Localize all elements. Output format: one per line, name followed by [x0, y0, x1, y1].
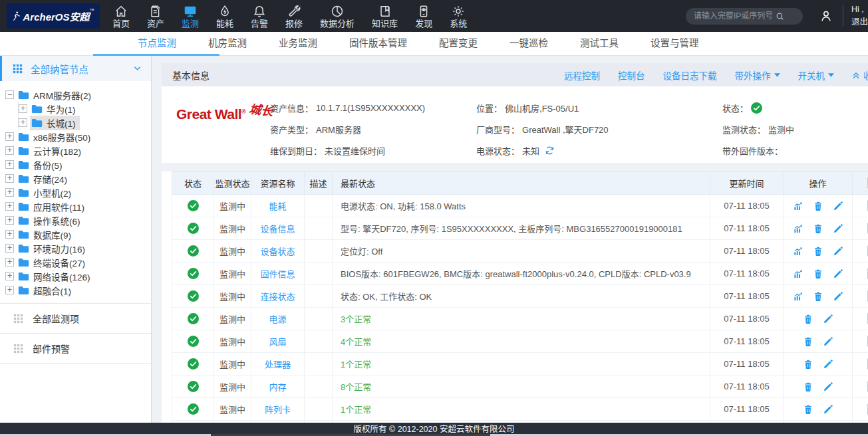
- tree-node-label[interactable]: 终端设备(27): [17, 255, 89, 270]
- search-input[interactable]: [692, 11, 775, 21]
- expand-toggle-icon[interactable]: +: [5, 188, 14, 197]
- expand-toggle-icon[interactable]: +: [5, 244, 14, 253]
- expand-toggle-icon[interactable]: +: [19, 104, 27, 113]
- tree-node-label[interactable]: 存储(24): [17, 171, 71, 186]
- tree-node-label[interactable]: 云计算(182): [17, 144, 85, 158]
- user-icon[interactable]: [819, 9, 833, 23]
- edit-icon[interactable]: [823, 359, 833, 370]
- resource-link[interactable]: 风扇: [269, 337, 286, 347]
- action-link-远程控制[interactable]: 远程控制: [564, 68, 600, 82]
- delete-icon[interactable]: [803, 314, 813, 324]
- tree-node-label[interactable]: 小型机(2): [17, 185, 75, 200]
- tree-node-label[interactable]: 超融合(1): [17, 283, 75, 298]
- action-link-开关机[interactable]: 开关机: [798, 68, 835, 82]
- tab-一键巡检[interactable]: 一键巡检: [494, 32, 564, 55]
- action-link-带外操作[interactable]: 带外操作: [735, 68, 780, 82]
- expand-toggle-icon[interactable]: +: [5, 272, 14, 280]
- resource-link[interactable]: 设备信息: [260, 224, 295, 234]
- resource-link[interactable]: 能耗: [269, 201, 286, 211]
- logout-link[interactable]: 退出: [851, 16, 868, 29]
- tree-node-label[interactable]: 操作系统(6): [17, 213, 84, 228]
- delete-icon[interactable]: [803, 404, 813, 415]
- delete-icon[interactable]: [813, 223, 823, 234]
- tree-node-label[interactable]: 华为(1): [30, 102, 80, 116]
- search-icon[interactable]: [775, 11, 785, 21]
- resource-link[interactable]: 设备状态: [260, 247, 295, 257]
- delete-icon[interactable]: [813, 201, 823, 211]
- collapse-toggle-icon[interactable]: −: [5, 90, 14, 99]
- nav-item-home[interactable]: 首页: [104, 0, 138, 32]
- global-search[interactable]: [686, 8, 803, 25]
- sidebar-section-0[interactable]: 全部监测项: [0, 303, 151, 333]
- edit-icon[interactable]: [833, 291, 843, 302]
- expand-toggle-icon[interactable]: +: [5, 160, 14, 169]
- sidebar-header[interactable]: 全部纳管节点: [0, 56, 151, 81]
- tree-node-label[interactable]: ARM服务器(2): [17, 88, 95, 102]
- nav-item-bell[interactable]: 告警: [242, 0, 277, 32]
- resource-link[interactable]: 内存: [269, 382, 286, 392]
- tree-node-label[interactable]: 环境动力(16): [17, 241, 89, 256]
- expand-toggle-icon[interactable]: +: [19, 118, 27, 127]
- edit-icon[interactable]: [823, 314, 833, 324]
- edit-icon[interactable]: [823, 336, 833, 347]
- trend-chart-icon[interactable]: [793, 291, 803, 302]
- edit-icon[interactable]: [833, 269, 843, 279]
- tree-node-label[interactable]: x86服务器(50): [17, 130, 94, 144]
- tab-测试工具[interactable]: 测试工具: [564, 32, 635, 55]
- action-link-控制台[interactable]: 控制台: [618, 68, 645, 82]
- tab-节点监测[interactable]: 节点监测: [122, 32, 192, 55]
- expand-toggle-icon[interactable]: +: [5, 286, 14, 294]
- tab-设置与管理[interactable]: 设置与管理: [635, 32, 715, 55]
- action-link-设备日志下载[interactable]: 设备日志下载: [663, 68, 717, 82]
- tree-node-label[interactable]: 应用软件(11): [17, 199, 88, 214]
- expand-toggle-icon[interactable]: +: [5, 202, 14, 211]
- expand-toggle-icon[interactable]: +: [5, 216, 14, 225]
- expand-toggle-icon[interactable]: +: [5, 258, 14, 267]
- trend-chart-icon[interactable]: [793, 269, 803, 279]
- delete-icon[interactable]: [813, 291, 823, 302]
- resource-link[interactable]: 电源: [269, 314, 286, 324]
- tab-业务监测[interactable]: 业务监测: [263, 32, 333, 55]
- trend-chart-icon[interactable]: [793, 246, 803, 257]
- delete-icon[interactable]: [813, 269, 823, 279]
- resource-link[interactable]: 固件信息: [260, 269, 295, 279]
- expand-toggle-icon[interactable]: +: [5, 230, 14, 239]
- edit-icon[interactable]: [833, 223, 843, 234]
- edit-icon[interactable]: [833, 246, 843, 257]
- tree-node-label[interactable]: 备份(5): [17, 158, 67, 172]
- nav-item-gear[interactable]: 系统: [441, 0, 476, 32]
- nav-item-pie[interactable]: 数据分析: [311, 0, 363, 32]
- nav-item-document[interactable]: 资产: [138, 0, 173, 32]
- edit-icon[interactable]: [823, 404, 833, 415]
- nav-item-wrench[interactable]: 报修: [277, 0, 311, 32]
- delete-icon[interactable]: [813, 246, 823, 257]
- refresh-icon[interactable]: [545, 146, 555, 156]
- tab-机房监测[interactable]: 机房监测: [192, 32, 263, 55]
- tree-node-label[interactable]: 网络设备(126): [17, 269, 94, 284]
- tree-node-label[interactable]: 长城(1): [30, 116, 80, 130]
- nav-item-discover[interactable]: 发现: [406, 0, 441, 32]
- edit-icon[interactable]: [833, 201, 843, 211]
- tree-node-label[interactable]: 数据库(9): [17, 227, 75, 242]
- collapse-link[interactable]: 收起: [852, 68, 868, 82]
- delete-icon[interactable]: [803, 336, 813, 347]
- expand-toggle-icon[interactable]: +: [5, 132, 14, 141]
- chevron-down-icon[interactable]: [134, 66, 141, 71]
- expand-toggle-icon[interactable]: +: [5, 174, 14, 183]
- trend-chart-icon[interactable]: [793, 201, 803, 211]
- nav-item-droplet[interactable]: 能耗: [208, 0, 242, 32]
- tab-固件版本管理[interactable]: 固件版本管理: [333, 32, 423, 55]
- tab-配置变更[interactable]: 配置变更: [423, 32, 494, 55]
- app-logo[interactable]: ArcherOS安超 ™: [7, 3, 100, 29]
- resource-link[interactable]: 连接状态: [260, 292, 295, 302]
- nav-item-monitor[interactable]: 监测: [173, 0, 208, 32]
- sidebar-section-1[interactable]: 部件预警: [0, 333, 151, 364]
- resource-link[interactable]: 阵列卡: [265, 405, 291, 415]
- resource-link[interactable]: 处理器: [265, 360, 291, 370]
- delete-icon[interactable]: [803, 382, 813, 392]
- nav-item-book[interactable]: 知识库: [363, 0, 406, 32]
- edit-icon[interactable]: [823, 382, 833, 392]
- trend-chart-icon[interactable]: [793, 223, 803, 234]
- delete-icon[interactable]: [803, 359, 813, 370]
- expand-toggle-icon[interactable]: +: [5, 146, 14, 155]
